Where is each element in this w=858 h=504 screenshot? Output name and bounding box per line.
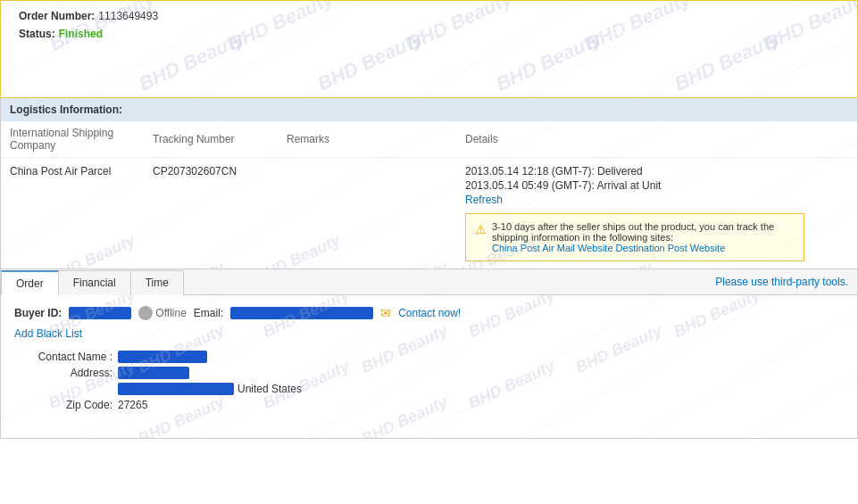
order-status-label: Status: [19,28,55,40]
col-header-details: Details [456,121,857,158]
logistics-header: Logistics Information: [1,98,857,121]
tab-right-text[interactable]: Please use third-party tools. [715,276,857,288]
tip-text: 3-10 days after the seller ships out the… [492,221,774,243]
contact-now-link[interactable]: Contact now! [398,307,461,319]
tabs-content: BHD Beauty BHD Beauty BHD Beauty BHD Bea… [1,295,857,438]
add-black-list-link[interactable]: Add Black List [14,327,82,340]
address-label: Address: [23,367,112,379]
offline-label: Offline [155,307,186,319]
logistics-table-header-row: International Shipping Company Tracking … [1,121,857,158]
order-number-label: Order Number: [19,10,95,22]
contact-name-label: Contact Name : [23,351,112,363]
logistics-title: Logistics Information: [10,103,122,116]
address-row-2: United States [23,383,844,395]
tabs-section: Order Financial Time Please use third-pa… [0,269,858,439]
col-header-company: International Shipping Company [1,121,144,158]
tip-icon: ⚠ [475,222,487,236]
refresh-link[interactable]: Refresh [465,194,503,206]
tab-financial[interactable]: Financial [58,270,131,295]
email-label: Email: [194,307,223,319]
offline-icon [138,306,153,320]
order-status-value: Finished [59,28,103,40]
logistics-table: International Shipping Company Tracking … [1,121,857,269]
tracking-number: CP207302607CN [144,158,278,269]
contact-name-redacted [118,351,207,363]
address-redacted-1 [118,367,189,379]
tip-content: 3-10 days after the seller ships out the… [492,221,795,253]
details-cell: BHD Beauty BHD Beauty BHD Beauty BHD Bea… [456,158,857,269]
contact-name-row: Contact Name : [23,351,844,363]
buyer-id-label: Buyer ID: [14,307,62,319]
address-country: United States [237,383,302,395]
email-icon: ✉ [380,306,391,320]
china-post-link[interactable]: China Post Air Mail Website [492,243,613,253]
shipping-company: China Post Air Parcel [1,158,144,269]
tabs-left: Order Financial Time [1,269,183,294]
order-info-section: BHD Beauty BHD Beauty BHD Beauty BHD Bea… [0,0,858,98]
col-header-remarks: Remarks [278,121,456,158]
order-number-row: Order Number: 1113649493 [19,10,839,22]
detail-line-2: 2013.05.14 05:49 (GMT-7): Arrival at Uni… [465,179,848,192]
email-redacted [230,307,373,319]
tab-time[interactable]: Time [130,270,184,295]
address-redacted-2 [118,383,234,395]
address-row-1: Address: [23,367,844,379]
offline-badge: Offline [138,306,186,320]
detail-line-1: 2013.05.14 12:18 (GMT-7): Delivered [465,165,848,178]
tab-order[interactable]: Order [1,270,59,295]
shipping-tip: ⚠ 3-10 days after the seller ships out t… [465,213,804,261]
buyer-row: Buyer ID: Offline Email: ✉ Contact now! [14,306,844,320]
order-number-value: 1113649493 [98,10,158,22]
logistics-section: Logistics Information: International Shi… [0,98,858,269]
buyer-id-redacted [69,307,131,319]
zip-code-label: Zip Code: [23,399,112,411]
order-status-row: Status: Finished [19,28,839,40]
table-row: China Post Air Parcel CP207302607CN BHD … [1,158,857,269]
col-header-tracking: Tracking Number [144,121,278,158]
zip-code-row: Zip Code: 27265 [23,399,844,411]
remarks-cell [278,158,456,269]
tabs-bar: Order Financial Time Please use third-pa… [1,269,857,295]
zip-code-value: 27265 [118,399,147,411]
destination-post-link[interactable]: Destination Post Website [616,243,726,253]
address-section: Contact Name : Address: United States Zi… [14,351,844,411]
